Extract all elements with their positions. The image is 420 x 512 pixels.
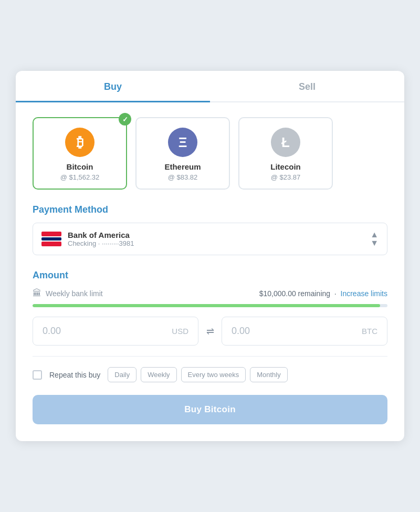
increase-limits-link[interactable]: Increase limits (341, 289, 387, 298)
bank-name: Bank of America (68, 231, 134, 239)
repeat-label: Repeat this buy (49, 371, 100, 379)
limit-right: $10,000.00 remaining · Increase limits (259, 289, 387, 298)
tab-sell[interactable]: Sell (210, 71, 404, 102)
repeat-option-weekly[interactable]: Weekly (141, 367, 176, 382)
btc-name: Bitcoin (42, 162, 118, 171)
svg-rect-0 (41, 232, 61, 236)
progress-fill (33, 304, 380, 307)
payment-info: Bank of America Checking · ·········3981 (68, 231, 134, 247)
svg-rect-1 (41, 237, 61, 241)
tabs-bar: Buy Sell (16, 71, 404, 102)
repeat-checkbox[interactable] (33, 370, 42, 380)
usd-currency: USD (172, 327, 188, 336)
btc-price: @ $1,562.32 (42, 173, 118, 181)
repeat-row: Repeat this buy Daily Weekly Every two w… (33, 367, 387, 382)
swap-icon[interactable]: ⇌ (198, 326, 222, 337)
usd-input-box[interactable]: 0.00 USD (33, 317, 198, 346)
card-body: ✓ ₿ Bitcoin @ $1,562.32 Ξ Ethereum @ $83… (16, 102, 404, 441)
repeat-option-daily[interactable]: Daily (108, 367, 136, 382)
crypto-card-ltc[interactable]: Ł Litecoin @ $23.87 (238, 117, 333, 190)
crypto-grid: ✓ ₿ Bitcoin @ $1,562.32 Ξ Ethereum @ $83… (33, 117, 387, 190)
payment-method-selector[interactable]: Bank of America Checking · ·········3981… (33, 223, 387, 255)
btc-icon: ₿ (65, 128, 94, 157)
crypto-card-btc[interactable]: ✓ ₿ Bitcoin @ $1,562.32 (33, 117, 127, 190)
repeat-options: Daily Weekly Every two weeks Monthly (108, 367, 287, 382)
amount-section-label: Amount (33, 270, 387, 281)
eth-icon: Ξ (168, 128, 197, 157)
limit-label-text: Weekly bank limit (46, 289, 103, 298)
usd-value: 0.00 (43, 326, 61, 337)
svg-rect-2 (41, 242, 61, 246)
payment-section-label: Payment Method (33, 204, 387, 215)
dropdown-chevron-icon: ▲ ▼ (370, 231, 379, 247)
buy-button[interactable]: Buy Bitcoin (33, 395, 387, 424)
ltc-icon: Ł (271, 128, 300, 157)
eth-price: @ $83.82 (145, 173, 220, 181)
payment-left: Bank of America Checking · ·········3981 (41, 231, 134, 247)
limit-progress-bar (33, 304, 387, 307)
bank-logo-icon (41, 232, 60, 246)
main-card: Buy Sell ✓ ₿ Bitcoin @ $1,562.32 Ξ Ether… (16, 71, 404, 441)
repeat-option-monthly[interactable]: Monthly (250, 367, 288, 382)
bank-account: Checking · ·········3981 (68, 239, 134, 247)
eth-name: Ethereum (145, 162, 220, 171)
limit-left: 🏛 Weekly bank limit (33, 288, 103, 299)
crypto-card-eth[interactable]: Ξ Ethereum @ $83.82 (135, 117, 230, 190)
amount-inputs-row: 0.00 USD ⇌ 0.00 BTC (33, 317, 387, 346)
btc-currency: BTC (362, 327, 377, 336)
ltc-name: Litecoin (248, 162, 323, 171)
tab-buy[interactable]: Buy (16, 71, 210, 102)
bank-icon: 🏛 (33, 288, 41, 299)
repeat-option-biweekly[interactable]: Every two weeks (181, 367, 246, 382)
selected-check-icon: ✓ (119, 113, 131, 126)
ltc-price: @ $23.87 (248, 173, 323, 181)
divider (33, 356, 387, 357)
remaining-amount: $10,000.00 remaining (259, 289, 330, 298)
limit-row: 🏛 Weekly bank limit $10,000.00 remaining… (33, 288, 387, 299)
btc-value: 0.00 (232, 326, 250, 337)
btc-input-box[interactable]: 0.00 BTC (222, 317, 387, 346)
